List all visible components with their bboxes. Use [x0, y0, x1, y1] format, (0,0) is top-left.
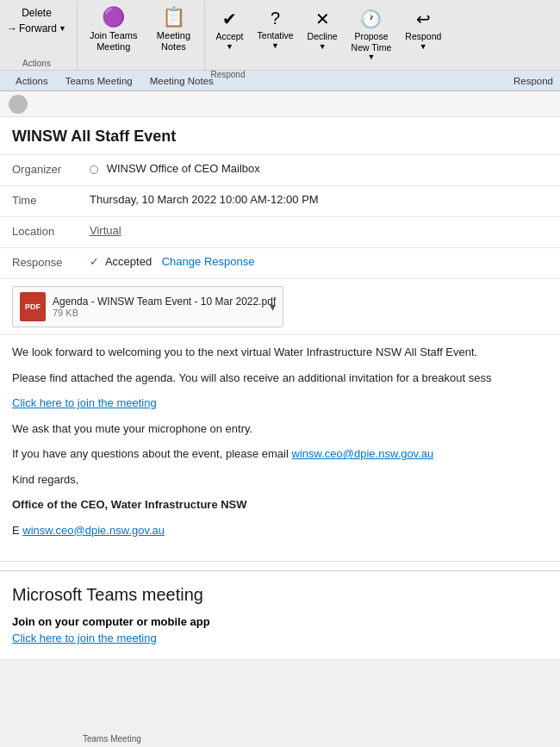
- respond-dropdown[interactable]: ▼: [420, 42, 427, 51]
- body-join-link: Click here to join the meeting: [12, 395, 548, 412]
- time-label: Time: [12, 193, 90, 207]
- body-p3: We ask that you mute your microphone on …: [12, 420, 548, 438]
- body-divider: [0, 561, 560, 562]
- pdf-icon: PDF: [20, 292, 46, 321]
- propose-new-time-button[interactable]: 🕐 Propose New Time ▼: [346, 5, 397, 65]
- attachment-chevron-icon[interactable]: ▾: [270, 300, 276, 314]
- response-status: Accepted: [105, 255, 152, 268]
- ribbon-actions-group: Delete → Forward ▼ Actions: [0, 2, 78, 70]
- body-office-line1: Office of the CEO, Water Infrastructure …: [12, 496, 548, 514]
- tentative-dropdown[interactable]: ▼: [271, 41, 279, 50]
- ribbon-bar-meeting-notes[interactable]: Meeting Notes: [141, 71, 222, 90]
- forward-button[interactable]: → Forward ▼: [3, 21, 70, 36]
- attachment-info: Agenda - WINSW Team Event - 10 Mar 2022.…: [53, 296, 276, 318]
- teams-join-meeting-link[interactable]: Click here to join the meeting: [12, 632, 157, 644]
- change-response-button[interactable]: Change Response: [162, 255, 255, 268]
- accepted-checkmark-icon: ✓: [90, 255, 99, 268]
- respond-icon: ↩: [416, 9, 431, 29]
- ribbon-bar: Actions Teams Meeting Meeting Notes Resp…: [0, 71, 560, 91]
- email-content: WINSW All Staff Event Organizer WINSW Of…: [0, 91, 560, 658]
- teams-section-title: Microsoft Teams meeting: [12, 585, 548, 605]
- organizer-row: Organizer WINSW Office of CEO Mailbox: [0, 155, 560, 186]
- body-kind-regards: Kind regards,: [12, 471, 548, 489]
- attachment-name: Agenda - WINSW Team Event - 10 Mar 2022.…: [53, 296, 276, 308]
- email-link-2[interactable]: winsw.ceo@dpie.nsw.gov.au: [22, 524, 165, 537]
- accept-button[interactable]: ✔ Accept ▼: [210, 5, 248, 65]
- organizer-label: Organizer: [12, 162, 90, 176]
- propose-dropdown[interactable]: ▼: [367, 53, 375, 61]
- response-value: ✓ Accepted Change Response: [90, 255, 548, 268]
- forward-dropdown-icon[interactable]: ▼: [59, 24, 66, 33]
- time-row: Time Thursday, 10 March 2022 10:00 AM-12…: [0, 186, 560, 217]
- join-meeting-link[interactable]: Click here to join the meeting: [12, 396, 157, 409]
- attachment-row: PDF Agenda - WINSW Team Event - 10 Mar 2…: [0, 279, 560, 335]
- tentative-icon: ?: [271, 9, 280, 28]
- pdf-label: PDF: [25, 302, 40, 311]
- join-teams-label: Join Teams Meeting: [90, 30, 137, 53]
- location-value: Virtual: [90, 224, 548, 237]
- accept-label: Accept: [215, 31, 243, 42]
- propose-icon: 🕐: [360, 9, 382, 29]
- decline-icon: ✕: [315, 9, 330, 29]
- tentative-label: Tentative: [258, 30, 294, 41]
- propose-label: Propose New Time: [352, 31, 392, 53]
- meeting-notes-button[interactable]: 📋 Meeting Notes: [147, 5, 199, 53]
- teams-section: Microsoft Teams meeting Join on your com…: [0, 570, 560, 658]
- ribbon-bar-actions[interactable]: Actions: [7, 71, 57, 90]
- tentative-button[interactable]: ? Tentative ▼: [252, 5, 299, 65]
- attachment-size: 79 KB: [53, 308, 276, 318]
- decline-label: Decline: [308, 31, 338, 42]
- avatar: [9, 95, 28, 114]
- meeting-notes-label: Meeting Notes: [157, 30, 190, 53]
- body-p2: Please find attached the agenda. You wil…: [12, 370, 548, 387]
- location-link[interactable]: Virtual: [90, 224, 121, 237]
- ribbon-respond-group: ✔ Accept ▼ ? Tentative ▼ ✕ Decline ▼ 🕐 P…: [205, 2, 451, 70]
- response-label: Response: [12, 255, 90, 269]
- body-p4: If you have any questions about the even…: [12, 445, 548, 463]
- body-office-line2: E winsw.ceo@dpie.nsw.gov.au: [12, 522, 548, 539]
- forward-arrow-icon: →: [7, 22, 17, 34]
- actions-top: Delete: [18, 5, 55, 21]
- response-row: Response ✓ Accepted Change Response: [0, 248, 560, 279]
- organizer-value: WINSW Office of CEO Mailbox: [90, 162, 548, 175]
- ribbon-bar-teams-meeting[interactable]: Teams Meeting: [57, 71, 141, 90]
- email-link-1[interactable]: winsw.ceo@dpie.nsw.gov.au: [292, 447, 434, 460]
- actions-group-label: Actions: [22, 57, 51, 68]
- accept-icon: ✔: [222, 9, 237, 29]
- ribbon: Delete → Forward ▼ Actions 🟣 Join Teams …: [0, 0, 560, 71]
- organizer-circle-icon: [90, 165, 98, 174]
- organizer-name: WINSW Office of CEO Mailbox: [107, 162, 260, 175]
- location-row: Location Virtual: [0, 217, 560, 248]
- respond-label: Respond: [405, 31, 441, 42]
- time-value: Thursday, 10 March 2022 10:00 AM-12:00 P…: [90, 193, 548, 206]
- join-teams-meeting-button[interactable]: 🟣 Join Teams Meeting: [83, 5, 144, 53]
- event-title: WINSW All Staff Event: [0, 117, 560, 155]
- notes-icon: 📋: [162, 6, 185, 28]
- ribbon-bar-respond: Respond: [513, 76, 553, 86]
- body-content: We look forward to welcoming you to the …: [0, 335, 560, 556]
- teams-join-link: Click here to join the meeting: [12, 632, 548, 644]
- location-label: Location: [12, 224, 90, 238]
- accept-dropdown[interactable]: ▼: [226, 42, 233, 51]
- respond-button[interactable]: ↩ Respond ▼: [400, 5, 446, 65]
- decline-dropdown[interactable]: ▼: [319, 42, 327, 51]
- body-p1: We look forward to welcoming you to the …: [12, 344, 548, 361]
- ribbon-teams-meeting-group: 🟣 Join Teams Meeting 📋 Meeting Notes Tea…: [78, 2, 205, 70]
- teams-icon: 🟣: [102, 6, 125, 28]
- teams-join-subtitle: Join on your computer or mobile app: [12, 615, 548, 628]
- avatar-bar: [0, 91, 560, 117]
- delete-button[interactable]: Delete: [18, 5, 55, 21]
- teams-meeting-group-label: Teams Meeting: [83, 732, 141, 744]
- attachment-box[interactable]: PDF Agenda - WINSW Team Event - 10 Mar 2…: [12, 286, 283, 327]
- decline-button[interactable]: ✕ Decline ▼: [302, 5, 343, 65]
